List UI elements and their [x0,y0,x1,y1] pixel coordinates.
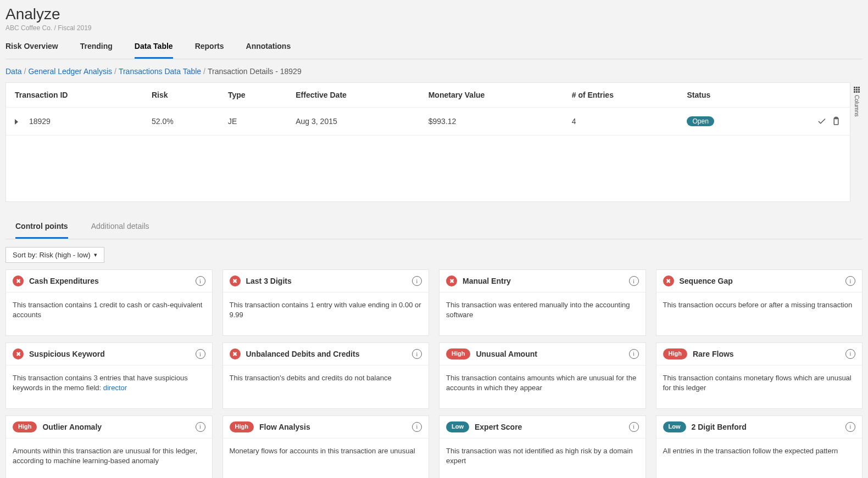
column-header[interactable]: Status [678,83,765,108]
info-icon[interactable] [629,349,639,359]
breadcrumb-link[interactable]: General Ledger Analysis [28,67,112,76]
page-subtitle: ABC Coffee Co. / Fiscal 2019 [5,24,863,32]
tab-annotations[interactable]: Annotations [246,42,291,57]
control-card[interactable]: HighOutlier AnomalyAmounts within this t… [5,415,213,478]
breadcrumb-link[interactable]: Data [5,67,22,76]
card-body: All entries in the transaction follow th… [656,438,863,478]
info-icon[interactable] [845,349,855,359]
cell-effective-date: Aug 3, 2015 [287,108,419,136]
fail-icon [446,275,457,286]
tab-data-table[interactable]: Data Table [135,42,173,59]
info-icon[interactable] [629,276,639,286]
info-icon[interactable] [412,422,422,432]
card-title: Sequence Gap [680,277,846,285]
control-card[interactable]: HighRare FlowsThis transaction contains … [656,342,863,409]
breadcrumb-separator: / [203,67,205,76]
risk-badge: Low [446,421,469,432]
info-icon[interactable] [196,276,205,286]
fail-icon [230,348,241,359]
info-icon[interactable] [845,276,855,286]
fail-icon [13,275,24,286]
risk-badge: Low [663,421,686,432]
breadcrumb-current: Transaction Details - 18929 [208,67,302,76]
control-card[interactable]: HighUnusual AmountThis transaction conta… [439,342,646,409]
status-badge: Open [687,116,714,126]
grip-icon [854,87,860,93]
card-title: Flow Analysis [259,423,412,431]
info-icon[interactable] [412,276,422,286]
info-icon[interactable] [196,349,205,359]
cell-type: JE [219,108,287,136]
control-card[interactable]: HighFlow AnalysisMonetary flows for acco… [222,415,430,478]
column-header[interactable]: Transaction ID [6,83,143,108]
card-title: Cash Expenditures [29,277,196,285]
section-tab-additional-details[interactable]: Additional details [91,215,149,237]
breadcrumb-separator: / [24,67,26,76]
tab-reports[interactable]: Reports [195,42,224,57]
cell-risk: 52.0% [143,108,219,136]
card-body: Monetary flows for accounts in this tran… [223,438,429,478]
keyword-link[interactable]: director [103,384,127,392]
expand-icon[interactable] [15,119,18,125]
card-body: This transaction contains monetary flows… [656,365,863,408]
check-icon[interactable] [817,116,827,126]
transaction-panel: Transaction IDRiskTypeEffective DateMone… [5,82,850,202]
column-header[interactable]: Monetary Value [420,83,563,108]
tab-risk-overview[interactable]: Risk Overview [5,42,58,57]
card-body: This transaction's debits and credits do… [223,365,429,408]
column-header[interactable]: Risk [143,83,219,108]
cell-monetary-value: $993.12 [420,108,563,136]
risk-badge: High [230,421,254,432]
fail-icon [13,348,24,359]
sort-button[interactable]: Sort by: Risk (high - low) ▾ [5,247,104,263]
card-title: Unbalanced Debits and Credits [246,350,413,358]
column-header[interactable]: Type [219,83,287,108]
card-title: Rare Flows [693,350,845,358]
main-tabs: Risk OverviewTrendingData TableReportsAn… [5,42,863,59]
card-title: Expert Score [475,423,629,431]
card-title: Outlier Anomaly [42,423,195,431]
card-body: This transaction contains 3 entries that… [6,365,212,408]
info-icon[interactable] [196,422,205,432]
control-card[interactable]: Unbalanced Debits and CreditsThis transa… [222,342,430,409]
breadcrumb-link[interactable]: Transactions Data Table [119,67,201,76]
card-title: Unusual Amount [476,350,628,358]
info-icon[interactable] [845,422,855,432]
columns-toggle[interactable]: Columns [850,82,863,206]
chevron-down-icon: ▾ [94,251,97,258]
table-row[interactable]: 18929 52.0% JE Aug 3, 2015 $993.12 4 Ope… [6,108,850,136]
control-card[interactable]: Suspicious KeywordThis transaction conta… [5,342,213,409]
card-body: This transaction was entered manually in… [439,293,646,335]
page-title: Analyze [5,5,863,23]
sort-value: Risk (high - low) [39,251,90,259]
section-tab-control-points[interactable]: Control points [15,215,68,239]
control-card[interactable]: Last 3 DigitsThis transaction contains 1… [222,269,430,336]
control-card[interactable]: Sequence GapThis transaction occurs befo… [656,269,863,336]
section-tabs: Control pointsAdditional details [5,215,863,239]
column-header[interactable]: Effective Date [287,83,419,108]
tab-trending[interactable]: Trending [80,42,113,57]
fail-icon [230,275,241,286]
columns-label: Columns [854,95,860,116]
card-title: 2 Digit Benford [692,423,846,431]
control-card[interactable]: Cash ExpendituresThis transaction contai… [5,269,213,336]
cell-transaction-id: 18929 [29,117,51,126]
sort-label: Sort by: [13,251,37,259]
info-icon[interactable] [629,422,639,432]
control-card[interactable]: Manual EntryThis transaction was entered… [439,269,646,336]
risk-badge: High [446,348,470,359]
clipboard-icon[interactable] [831,116,841,126]
cell-entries: 4 [563,108,678,136]
card-body: This transaction was not identified as h… [439,438,646,478]
card-body: This transaction occurs before or after … [656,293,863,335]
risk-badge: High [13,421,37,432]
control-card[interactable]: Low2 Digit BenfordAll entries in the tra… [656,415,863,478]
card-body: Amounts within this transaction are unus… [6,438,212,478]
column-header-actions [765,83,850,108]
fail-icon [663,275,674,286]
column-header[interactable]: # of Entries [563,83,678,108]
card-body: This transaction contains 1 entry with v… [223,293,429,335]
card-title: Last 3 Digits [246,277,413,285]
control-card[interactable]: LowExpert ScoreThis transaction was not … [439,415,646,478]
info-icon[interactable] [412,349,422,359]
